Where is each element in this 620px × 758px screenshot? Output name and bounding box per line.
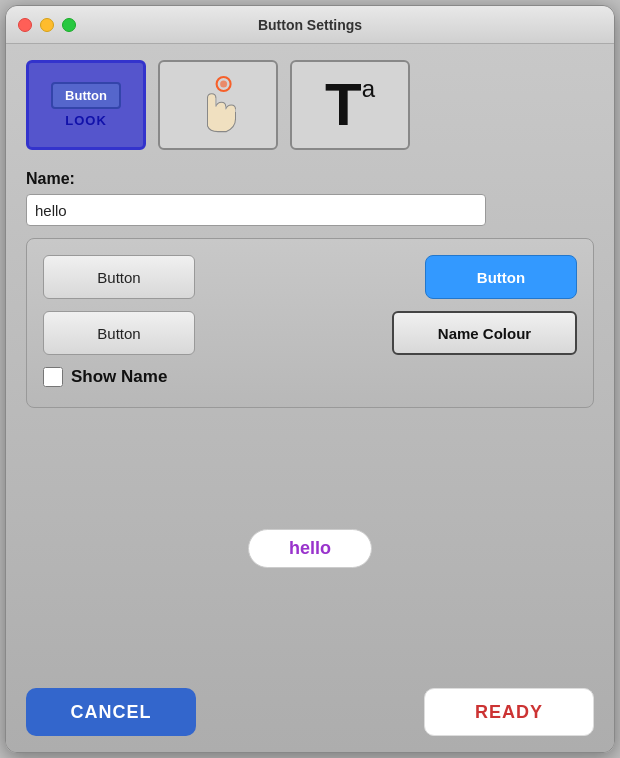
show-name-row: Show Name [43, 367, 577, 387]
svg-point-1 [220, 81, 227, 88]
name-input[interactable] [26, 194, 486, 226]
maximize-button[interactable] [62, 18, 76, 32]
look-label: LOOK [65, 113, 107, 128]
preview-area: hello [26, 428, 594, 668]
name-colour-button[interactable]: Name Colour [392, 311, 577, 355]
tab-look[interactable]: Button LOOK [26, 60, 146, 150]
settings-window: Button Settings Button LOOK [5, 5, 615, 753]
font-icon: Ta [325, 75, 375, 135]
options-panel: Button Button Button Name Colour [26, 238, 594, 408]
minimize-button[interactable] [40, 18, 54, 32]
style-blue-button[interactable]: Button [425, 255, 577, 299]
show-name-checkbox[interactable] [43, 367, 63, 387]
title-bar: Button Settings [6, 6, 614, 44]
name-section: Name: [26, 170, 594, 226]
options-row-1: Button Button [43, 255, 577, 299]
ready-button[interactable]: READY [424, 688, 594, 736]
look-preview: Button LOOK [29, 63, 143, 147]
bottom-row: CANCEL READY [26, 684, 594, 736]
look-button-preview: Button [51, 82, 121, 109]
window-title: Button Settings [258, 17, 362, 33]
hand-pointer-icon [183, 70, 253, 140]
style-default-button[interactable]: Button [43, 255, 195, 299]
options-row-2: Button Name Colour [43, 311, 577, 355]
window-controls [18, 18, 76, 32]
name-label: Name: [26, 170, 594, 188]
main-content: Button LOOK [6, 44, 614, 752]
show-name-label: Show Name [71, 367, 167, 387]
cancel-button[interactable]: CANCEL [26, 688, 196, 736]
close-button[interactable] [18, 18, 32, 32]
style-plain-button-2[interactable]: Button [43, 311, 195, 355]
preview-button[interactable]: hello [248, 529, 372, 568]
tab-font[interactable]: Ta [290, 60, 410, 150]
tab-action[interactable] [158, 60, 278, 150]
tab-row: Button LOOK [26, 60, 594, 150]
